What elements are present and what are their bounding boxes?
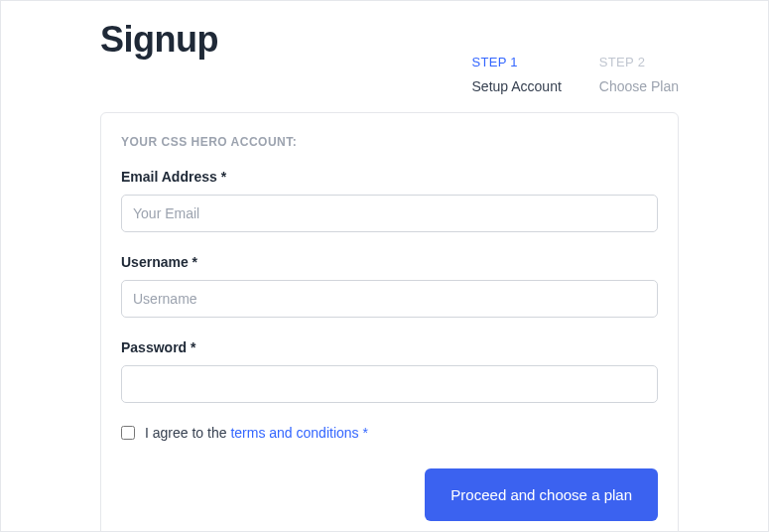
password-field[interactable] [121,365,658,403]
step-1-label: STEP 1 [472,55,562,69]
username-label: Username * [121,254,658,270]
step-2-label: STEP 2 [599,55,679,69]
step-2-desc: Choose Plan [599,78,679,94]
step-1: STEP 1 Setup Account [472,55,562,94]
username-field[interactable] [121,280,658,318]
step-2: STEP 2 Choose Plan [599,55,679,94]
section-label: YOUR CSS HERO ACCOUNT: [121,135,658,149]
terms-link[interactable]: terms and conditions [230,425,358,441]
step-indicator: STEP 1 Setup Account STEP 2 Choose Plan [472,55,679,94]
proceed-button[interactable]: Proceed and choose a plan [425,468,658,521]
agree-required-mark: * [359,425,368,441]
agree-prefix: I agree to the [145,425,230,441]
signup-card: YOUR CSS HERO ACCOUNT: Email Address * U… [100,112,679,532]
agree-row: I agree to the terms and conditions * [121,425,658,441]
page-title: Signup [100,19,218,61]
password-label: Password * [121,339,658,355]
email-field[interactable] [121,195,658,232]
email-field-group: Email Address * [121,169,658,232]
password-field-group: Password * [121,339,658,403]
username-field-group: Username * [121,254,658,318]
step-1-desc: Setup Account [472,78,562,94]
email-label: Email Address * [121,169,658,185]
agree-checkbox[interactable] [121,426,135,440]
